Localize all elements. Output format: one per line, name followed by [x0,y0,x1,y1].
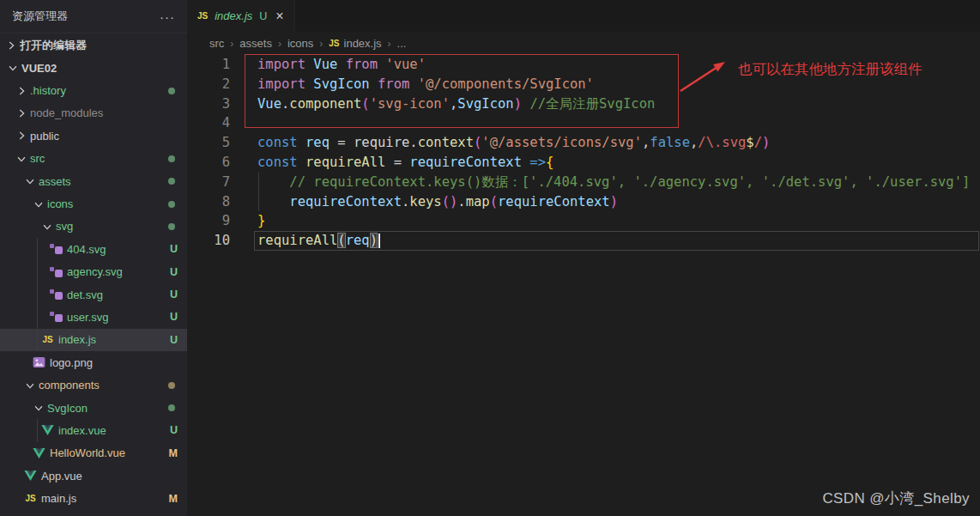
code-line-4[interactable] [257,113,970,133]
code-line-3[interactable]: Vue.component('svg-icon',SvgIcon) //全局注册… [257,94,970,114]
code-line-8[interactable]: requireContext.keys().map(requireContext… [257,192,970,212]
code-line-10[interactable]: requireAll(req) [257,231,970,251]
git-status-badge: M [169,493,178,505]
tree-item-label: user.svg [67,311,108,324]
line-number: 8 [187,192,230,212]
tree-item-label: 404.svg [67,243,106,256]
tree-item-404-svg[interactable]: 404.svgU [0,238,187,260]
git-dot-badge [168,223,175,230]
tree-item-label: SvgIcon [47,402,88,415]
git-dot-badge [168,382,175,389]
tree-item-label: public [30,130,59,143]
git-status-badge: U [170,266,178,278]
tree-item-components[interactable]: components [0,373,187,396]
tab-index-js[interactable]: JS index.js U × [187,0,295,32]
breadcrumb-item-assets[interactable]: assets [239,37,272,50]
explorer-sidebar: 资源管理器 ··· 打开的编辑器 VUE02.historynode_modul… [0,0,187,516]
open-editors-section[interactable]: 打开的编辑器 [0,33,187,58]
tree-item-main-js[interactable]: JSmain.jsM [0,487,187,509]
tree-item-label: det.svg [67,288,103,301]
tree-item-det-svg[interactable]: det.svgU [0,283,187,306]
breadcrumb-separator: › [278,38,281,50]
more-actions-icon[interactable]: ··· [160,9,175,24]
breadcrumb-separator: › [319,38,323,50]
breadcrumb-item--[interactable]: ... [397,37,407,50]
line-number: 1 [187,55,230,75]
tree-item-vue02[interactable]: VUE02 [0,57,187,79]
tree-item-label: index.vue [58,424,106,437]
line-number: 9 [187,211,230,231]
open-editors-label: 打开的编辑器 [20,38,87,53]
tree-item-assets[interactable]: assets [0,170,187,192]
line-number: 5 [187,133,230,153]
git-dot-badge [168,178,175,185]
sidebar-header: 资源管理器 ··· [0,0,187,33]
tree-item-icons[interactable]: icons [0,192,187,215]
git-status-badge: U [170,243,178,255]
tree-item-src[interactable]: src [0,148,187,170]
tree-item-label: icons [47,197,73,210]
tree-item-logo-png[interactable]: logo.png [0,351,187,373]
close-icon[interactable]: × [275,9,283,23]
tree-item-label: src [30,152,45,165]
tab-bar: JS index.js U × [187,0,980,32]
breadcrumb-item-src[interactable]: src [209,37,224,50]
tree-item-label: agency.svg [67,265,123,278]
code-editor[interactable]: import Vue from 'vue'import SvgIcon from… [257,55,970,251]
tree-item-label: svg [56,220,73,233]
code-line-5[interactable]: const req = require.context('@/assets/ic… [257,133,970,153]
breadcrumb: src›assets›icons›JSindex.js›... [187,32,980,55]
tree-item-label: .history [30,84,66,97]
indent-guide [37,419,38,442]
tree-item-svg[interactable]: svg [0,216,187,238]
text-cursor [378,234,380,248]
tree-item-agency-svg[interactable]: agency.svgU [0,261,187,283]
tree-item-user-svg[interactable]: user.svgU [0,306,187,328]
git-dot-badge [168,201,175,208]
code-line-7[interactable]: // requireContext.keys()数据：['./404.svg',… [257,173,970,192]
line-number: 7 [187,173,230,192]
line-number: 3 [187,94,230,114]
tree-item-label: assets [39,175,71,188]
indent-guide [37,238,38,351]
git-status-badge: U [170,334,178,346]
breadcrumb-item-index-js[interactable]: JSindex.js [329,37,381,50]
git-status-badge: U [170,311,178,323]
line-number: 10 [187,231,230,251]
tree-item-label: App.vue [41,470,82,483]
watermark: CSDN @小湾_Shelby [822,489,970,508]
line-number: 6 [187,153,230,173]
file-tree: VUE02.historynode_modulespublicsrcassets… [0,57,187,510]
git-dot-badge [168,404,175,411]
line-number: 2 [187,75,230,94]
git-status-badge: U [170,288,178,300]
tree-item-helloworld-vue[interactable]: HelloWorld.vueM [0,442,187,464]
tree-item-label: VUE02 [21,62,57,75]
tree-item-label: main.js [41,492,76,505]
sidebar-title: 资源管理器 [12,9,160,24]
breadcrumb-separator: › [388,38,391,50]
line-number-gutter: 12345678910 [187,55,230,251]
git-dot-badge [168,88,175,94]
tree-item-app-vue[interactable]: App.vue [0,464,187,487]
tree-item-public[interactable]: public [0,124,187,147]
tree-item-svgicon[interactable]: SvgIcon [0,397,187,419]
annotation-text: 也可以在其他地方注册该组件 [738,60,923,79]
git-dot-badge [168,155,175,162]
git-status-badge: M [169,447,178,459]
code-line-6[interactable]: const requireAll = requireContext =>{ [257,153,970,173]
line-number: 4 [187,113,230,133]
tree-item-index-vue[interactable]: index.vueU [0,419,187,441]
git-status-badge: U [259,10,267,22]
tree-item--history[interactable]: .history [0,79,187,101]
git-status-badge: U [170,424,178,436]
code-line-9[interactable]: } [257,211,970,231]
tree-item-label: logo.png [50,356,93,369]
breadcrumb-item-icons[interactable]: icons [287,37,313,50]
tree-item-label: index.js [58,333,96,346]
breadcrumb-separator: › [230,38,233,50]
tree-item-label: node_modules [30,106,103,119]
tree-item-node-modules[interactable]: node_modules [0,102,187,124]
tree-item-label: components [39,379,100,392]
tree-item-index-js[interactable]: JSindex.jsU [0,329,187,351]
